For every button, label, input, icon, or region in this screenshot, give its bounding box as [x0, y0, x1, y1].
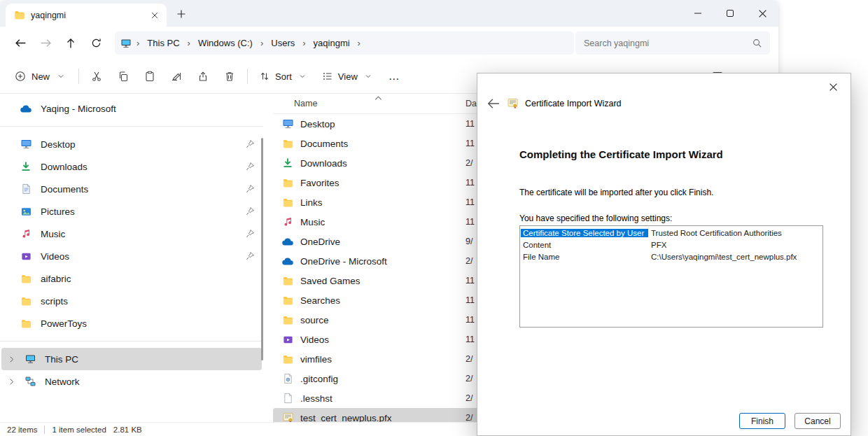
sidebar-item-powertoys[interactable]: PowerToys [1, 312, 262, 335]
file-date-modified: 11 [465, 197, 475, 207]
view-button[interactable]: View [315, 64, 381, 89]
sidebar: Yaqing - Microsoft DesktopDownloadsDocum… [0, 93, 263, 422]
item-count: 22 items [7, 426, 37, 434]
tab-bar: yaqingmi [0, 0, 778, 27]
sidebar-item-label: Videos [41, 251, 69, 262]
file-name: test_cert_newplus.pfx [300, 413, 459, 423]
sort-ascending-caret-icon [374, 93, 382, 103]
sort-button-label: Sort [275, 71, 292, 82]
cancel-button[interactable]: Cancel [794, 413, 841, 429]
search-icon [750, 37, 763, 50]
monitor-icon [120, 38, 132, 49]
desktop-icon [20, 138, 32, 150]
explorer-tab[interactable]: yaqingmi [6, 3, 167, 27]
share-button[interactable] [190, 64, 216, 89]
pin-icon [244, 251, 255, 262]
sidebar-item-pictures[interactable]: Pictures [1, 200, 262, 223]
file-name: .lesshst [300, 393, 459, 404]
search-box[interactable] [575, 31, 770, 55]
dialog-close-button[interactable] [821, 78, 845, 96]
minimize-button[interactable] [682, 0, 714, 27]
cloud-icon [20, 102, 32, 115]
sidebar-item-label: Network [45, 377, 80, 387]
downloads-icon [281, 157, 294, 169]
up-button[interactable] [59, 31, 83, 55]
refresh-button[interactable] [84, 31, 108, 55]
breadcrumb-item-users[interactable]: Users [267, 36, 299, 50]
breadcrumb-chevron-icon: › [134, 38, 141, 48]
sidebar-item-label: Yaqing - Microsoft [41, 104, 116, 114]
paste-button[interactable] [136, 64, 163, 89]
computer-icon [24, 353, 36, 365]
sidebar-item-network[interactable]: Network [1, 370, 262, 393]
setting-row-content[interactable]: ContentPFX [521, 239, 822, 251]
tab-close-icon[interactable] [147, 8, 162, 23]
setting-row-file-name[interactable]: File NameC:\Users\yaqingmi\test_cert_new… [521, 251, 822, 262]
sidebar-item-this-pc[interactable]: This PC [1, 348, 262, 370]
copy-button[interactable] [110, 64, 136, 89]
search-input[interactable] [582, 38, 746, 49]
delete-button[interactable] [216, 64, 243, 89]
setting-key: Certificate Store Selected by User [521, 229, 648, 237]
rename-button[interactable] [163, 64, 190, 89]
breadcrumb-chevron-icon: › [300, 38, 307, 48]
sidebar-divider [0, 126, 263, 127]
close-button[interactable] [746, 0, 778, 27]
chevron-right-icon[interactable] [7, 353, 15, 365]
back-arrow-icon[interactable] [487, 97, 500, 110]
file-name: Music [300, 217, 459, 227]
sidebar-item-label: PowerToys [41, 318, 87, 329]
breadcrumb-chevron-icon: › [356, 38, 363, 48]
downloads-icon [20, 160, 32, 173]
new-tab-button[interactable] [171, 3, 192, 24]
sidebar-item-onedrive[interactable]: Yaqing - Microsoft [1, 97, 262, 120]
sidebar-item-videos[interactable]: Videos [1, 245, 262, 267]
file-date-modified: 11 [465, 178, 475, 188]
sidebar-item-music[interactable]: Music [1, 223, 262, 245]
sort-button[interactable]: Sort [252, 64, 315, 89]
folder-icon [281, 176, 294, 189]
file-date-modified: 2/ [465, 158, 472, 168]
plus-circle-icon [14, 70, 27, 83]
chevron-down-icon [55, 70, 67, 83]
breadcrumb-item-windows-c[interactable]: Windows (C:) [194, 36, 257, 50]
sidebar-item-label: Pictures [41, 206, 75, 217]
breadcrumb-item-yaqingmi[interactable]: yaqingmi [309, 36, 354, 50]
music-icon [281, 216, 294, 228]
sidebar-item-scripts[interactable]: scripts [1, 290, 262, 312]
new-button[interactable]: New [7, 64, 74, 89]
pin-icon [244, 229, 255, 239]
chevron-right-icon[interactable] [7, 375, 15, 388]
sidebar-item-downloads[interactable]: Downloads [1, 155, 262, 178]
breadcrumb[interactable]: ›This PC›Windows (C:)›Users›yaqingmi› [115, 31, 574, 55]
sidebar-items: DesktopDownloadsDocumentsPicturesMusicVi… [0, 133, 263, 335]
sidebar-item-label: Desktop [41, 139, 76, 150]
file-date-modified: 11 [465, 335, 475, 344]
setting-value: PFX [648, 241, 669, 249]
sidebar-item-documents[interactable]: Documents [1, 178, 262, 200]
date-column-header[interactable]: Da [465, 99, 477, 108]
folder-icon [20, 317, 32, 330]
file-name: Links [300, 197, 459, 208]
tab-title: yaqingmi [31, 10, 141, 20]
file-date-modified: 11 [465, 139, 475, 148]
sidebar-item-label: Music [41, 229, 65, 239]
settings-list[interactable]: Certificate Store Selected by UserTruste… [519, 225, 823, 328]
sidebar-item-aifabric[interactable]: aifabric [1, 267, 262, 290]
cut-button[interactable] [83, 64, 110, 89]
setting-value: C:\Users\yaqingmi\test_cert_newplus.pfx [648, 253, 799, 261]
finish-button[interactable]: Finish [739, 413, 785, 429]
folder-icon [20, 295, 32, 307]
maximize-button[interactable] [714, 0, 746, 27]
pin-icon [244, 162, 255, 172]
sidebar-divider [0, 341, 263, 342]
file-date-modified: 2/ [465, 354, 472, 364]
setting-row-certificate-store-selected-by-user[interactable]: Certificate Store Selected by UserTruste… [521, 227, 822, 239]
back-button[interactable] [8, 31, 32, 55]
more-options-button[interactable]: … [381, 64, 407, 89]
sidebar-item-desktop[interactable]: Desktop [1, 133, 262, 155]
folder-icon [281, 196, 294, 209]
breadcrumb-item-this-pc[interactable]: This PC [143, 36, 183, 50]
file-name: Downloads [300, 158, 459, 169]
forward-button[interactable] [34, 31, 57, 55]
